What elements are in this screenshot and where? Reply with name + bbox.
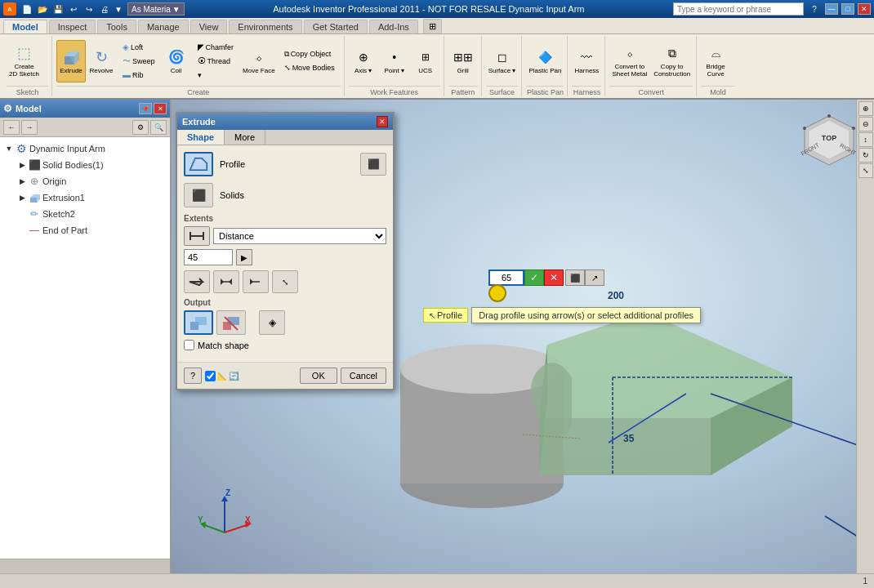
tab-view[interactable]: View (190, 20, 228, 33)
chamfer-button[interactable]: ◤Chamfer (194, 41, 239, 54)
tab-inspect[interactable]: Inspect (49, 20, 96, 33)
tab-environments[interactable]: Environments (229, 20, 301, 33)
tree-item-sketch2[interactable]: ▶ ✏ Sketch2 (0, 206, 170, 222)
search-box[interactable] (673, 2, 804, 16)
panel-back-button[interactable]: ← (3, 120, 20, 135)
match-shape-checkbox[interactable] (184, 340, 194, 350)
tree-expand-origin[interactable]: ▶ (16, 176, 28, 187)
tree-expand-extrusion1[interactable]: ▶ (16, 192, 28, 203)
canvas-area[interactable]: 65 ✓ ✕ ⬛ ↗ ↖ Profile Drag profile using … (172, 100, 874, 573)
qa-undo[interactable]: ↩ (66, 2, 81, 16)
tab-tools[interactable]: Tools (97, 20, 136, 33)
dynamic-mode-button2[interactable]: ↗ (585, 270, 604, 286)
coil-button[interactable]: 🌀 Coil (162, 40, 191, 82)
qa-print[interactable]: 🖨 (97, 2, 112, 16)
direction-btn-4[interactable]: ⤡ (272, 270, 298, 293)
panel-pin-button[interactable]: 📌 (139, 103, 152, 114)
dialog-tab-shape[interactable]: Shape (177, 130, 225, 145)
point-button[interactable]: • Point ▾ (380, 40, 409, 82)
match-shape-label[interactable]: Match shape (198, 341, 249, 350)
tab-panel-expand[interactable]: ⊞ (423, 19, 442, 33)
tree-item-end-of-part[interactable]: ▶ — End of Part (0, 222, 170, 238)
mode-dropdown[interactable]: As Materia▼ (127, 2, 185, 16)
dynamic-confirm-button[interactable]: ✓ (524, 270, 544, 286)
extents-value-input[interactable] (184, 249, 233, 265)
tab-manage[interactable]: Manage (138, 20, 189, 33)
extrude-button[interactable]: Extrude (56, 40, 86, 82)
tab-get-started[interactable]: Get Started (304, 20, 368, 33)
pattern-button[interactable]: ⊞⊞ Grill (448, 40, 478, 82)
direction-btn-1[interactable] (184, 270, 210, 293)
direction-btn-3[interactable] (243, 270, 269, 293)
dialog-checkbox2[interactable] (205, 371, 216, 381)
create-2d-sketch-button[interactable]: ⬚ Create 2D Sketch (7, 40, 42, 82)
loft-button[interactable]: ◈Loft (118, 41, 159, 54)
copy-construction-button[interactable]: ⧉ Copy toConstruction (651, 40, 693, 82)
dialog-help-button[interactable]: ? (184, 368, 202, 384)
thread-button[interactable]: ⦿Thread (194, 55, 239, 68)
tree-expand-solid-bodies[interactable]: ▶ (16, 159, 28, 171)
dialog-titlebar[interactable]: Extrude ✕ (177, 114, 393, 130)
move-bodies-button[interactable]: ⤡Move Bodies (280, 61, 339, 74)
tree-item-extrusion1[interactable]: ▶ Extrusion1 (0, 189, 170, 206)
sweep-button[interactable]: 〜Sweep (118, 55, 159, 68)
dynamic-cancel-button[interactable]: ✕ (544, 270, 564, 286)
solids-icon-button[interactable]: ⬛ (184, 183, 213, 207)
minimize-button[interactable]: — (825, 3, 838, 15)
tree-item-dynamic-input-arm[interactable]: ▼ ⚙ Dynamic Input Arm (0, 140, 170, 157)
convert-sheet-metal-button[interactable]: ⬦ Convert toSheet Metal (609, 40, 649, 82)
copy-object-button[interactable]: ⧉Copy Object (280, 47, 339, 60)
rt-btn-5[interactable]: ⤡ (858, 163, 873, 178)
rt-btn-3[interactable]: ↕ (858, 132, 873, 147)
dynamic-mode-button1[interactable]: ⬛ (565, 270, 585, 286)
more-create[interactable]: ▾ (194, 69, 239, 82)
ok-button[interactable]: OK (300, 368, 337, 384)
move-face-button[interactable]: ⬦ Move Face (240, 40, 278, 82)
qa-more[interactable]: ▼ (113, 2, 124, 16)
tree-expand-dynamic-input-arm[interactable]: ▼ (3, 143, 15, 154)
output-special-button[interactable]: ◈ (259, 310, 285, 335)
svg-point-20 (852, 127, 855, 130)
qa-new[interactable]: 📄 (20, 2, 34, 16)
extents-dist-icon[interactable] (184, 226, 210, 246)
surface-button[interactable]: ◻ Surface ▾ (486, 40, 519, 82)
rt-btn-2[interactable]: ⊖ (858, 117, 873, 131)
direction-btn-2[interactable] (213, 270, 239, 293)
profile-icon-button[interactable] (184, 152, 213, 176)
revolve-button[interactable]: ↻ Revolve (87, 40, 116, 82)
rt-btn-4[interactable]: ↻ (858, 148, 873, 163)
ucs-button[interactable]: ⊞ UCS (411, 40, 440, 82)
qa-save[interactable]: 💾 (51, 2, 65, 16)
tab-add-ins[interactable]: Add-Ins (369, 20, 418, 33)
tree-item-solid-bodies[interactable]: ▶ ⬛ Solid Bodies(1) (0, 157, 170, 173)
rib-button[interactable]: ▬Rib (118, 69, 159, 82)
harness-button[interactable]: 〰 Harness (572, 40, 601, 82)
panel-forward-button[interactable]: → (21, 120, 38, 135)
plastic-pan-button[interactable]: 🔷 Plastic Pan (526, 40, 564, 82)
dialog-tab-more[interactable]: More (225, 130, 265, 145)
cancel-button[interactable]: Cancel (341, 368, 386, 384)
output-cut-button[interactable] (216, 310, 246, 335)
qa-open[interactable]: 📂 (35, 2, 50, 16)
axes-indicator: Z X Y (196, 483, 253, 541)
axis-button[interactable]: ⊕ Axis ▾ (349, 40, 378, 82)
dialog-close-button[interactable]: ✕ (377, 116, 388, 127)
panel-search-button[interactable]: 🔍 (150, 120, 167, 135)
help-button[interactable]: ? (807, 2, 822, 16)
panel-close-button[interactable]: ✕ (154, 103, 167, 114)
output-icon-button[interactable]: ⬛ (360, 153, 386, 176)
panel-settings-button[interactable]: ⚙ (132, 120, 149, 135)
dynamic-value-box[interactable]: 65 (488, 270, 524, 286)
extents-type-select[interactable]: Distance To Next Through All To From To (213, 228, 386, 244)
maximize-button[interactable]: □ (841, 3, 854, 15)
navigation-cube[interactable]: TOP RIGHT FRONT (796, 112, 862, 177)
bridge-curve-button[interactable]: ⌓ BridgeCurve (701, 40, 730, 82)
tab-model[interactable]: Model (3, 20, 47, 33)
tree-item-origin[interactable]: ▶ ⊕ Origin (0, 173, 170, 189)
output-join-button[interactable] (184, 310, 213, 335)
extents-arrow-button[interactable]: ▶ (236, 249, 252, 265)
extents-label: Extents (184, 214, 386, 223)
rt-btn-1[interactable]: ⊕ (858, 101, 873, 116)
close-button[interactable]: ✕ (858, 3, 871, 15)
qa-redo[interactable]: ↪ (82, 2, 96, 16)
